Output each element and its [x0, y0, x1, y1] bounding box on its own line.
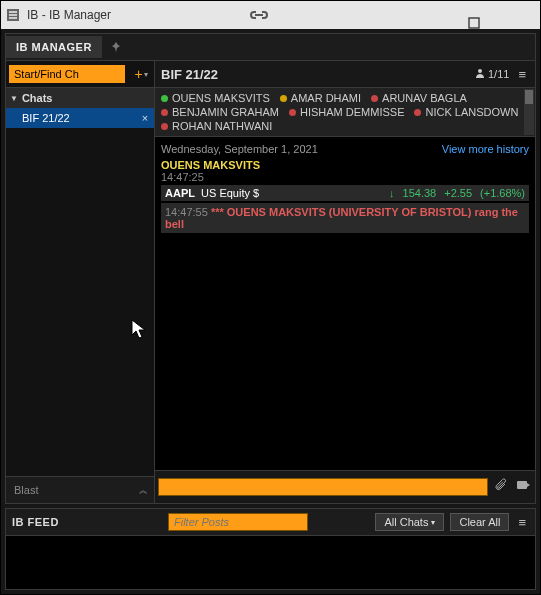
- feed-filter-input[interactable]: [168, 513, 308, 531]
- clear-all-button[interactable]: Clear All: [450, 513, 509, 531]
- chevron-down-icon: ▾: [144, 70, 148, 79]
- status-dot-icon: [280, 95, 287, 102]
- app-window: IB - IB Manager ≡ Options: [0, 0, 541, 595]
- sidebar: Start/Find Ch +▾ ▼ Chats BIF 21/22 ×: [6, 61, 155, 503]
- participant[interactable]: NICK LANSDOWN: [414, 106, 518, 118]
- feed-body: [6, 536, 535, 589]
- room-title: BIF 21/22: [161, 67, 469, 82]
- participant-count[interactable]: 1/11: [475, 68, 509, 80]
- svg-rect-3: [9, 17, 17, 19]
- system-message: 14:47:55 *** OUENS MAKSVITS (UNIVERSITY …: [161, 203, 529, 233]
- message-list: Wednesday, September 1, 2021 View more h…: [155, 137, 535, 470]
- sidebar-chat-item[interactable]: BIF 21/22 ×: [6, 108, 154, 128]
- manager-tab[interactable]: IB MANAGER: [6, 36, 102, 58]
- feed-title: IB FEED: [12, 516, 162, 528]
- title-bar: IB - IB Manager ≡ Options: [1, 1, 540, 29]
- date-separator: Wednesday, September 1, 2021: [161, 143, 318, 155]
- link-icon[interactable]: [244, 1, 274, 29]
- view-more-history-link[interactable]: View more history: [442, 143, 529, 155]
- svg-rect-1: [9, 11, 17, 13]
- chevron-up-icon: ︽: [139, 484, 146, 497]
- chats-group-header[interactable]: ▼ Chats: [6, 88, 154, 108]
- participants-list: OUENS MAKSVITS AMAR DHAMI ARUNAV BAGLA B…: [155, 88, 535, 137]
- all-chats-dropdown[interactable]: All Chats ▾: [375, 513, 444, 531]
- price-arrow-icon: ↓: [389, 187, 395, 199]
- blast-label: Blast: [14, 484, 38, 496]
- message-input[interactable]: [158, 478, 488, 496]
- participant[interactable]: ARUNAV BAGLA: [371, 92, 467, 104]
- participants-scrollbar[interactable]: [524, 89, 534, 135]
- attachment-icon[interactable]: [492, 478, 510, 496]
- participant[interactable]: AMAR DHAMI: [280, 92, 361, 104]
- status-dot-icon: [161, 95, 168, 102]
- room-header: BIF 21/22 1/11 ≡: [155, 61, 535, 88]
- svg-rect-2: [9, 14, 17, 16]
- chat-item-label: BIF 21/22: [22, 112, 70, 124]
- participant[interactable]: OUENS MAKSVITS: [161, 92, 270, 104]
- collapse-icon: ▼: [10, 94, 18, 103]
- message-input-row: [155, 470, 535, 503]
- room-menu-icon[interactable]: ≡: [515, 67, 529, 82]
- chevron-down-icon: ▾: [431, 518, 435, 527]
- chats-group-label: Chats: [22, 92, 53, 104]
- start-find-chat-button[interactable]: Start/Find Ch: [9, 65, 125, 83]
- plus-icon: +: [134, 66, 142, 82]
- svg-point-6: [478, 69, 482, 73]
- message-sender: OUENS MAKSVITS: [161, 157, 529, 171]
- status-dot-icon: [161, 123, 168, 130]
- close-chat-icon[interactable]: ×: [136, 112, 154, 124]
- status-dot-icon: [161, 109, 168, 116]
- app-icon: [1, 8, 25, 22]
- feed-menu-icon[interactable]: ≡: [515, 515, 529, 530]
- participant[interactable]: ROHAN NATHWANI: [161, 120, 272, 132]
- participant[interactable]: HISHAM DEMMISSE: [289, 106, 405, 118]
- add-chat-button[interactable]: +▾: [128, 66, 154, 82]
- feed-header: IB FEED All Chats ▾ Clear All ≡: [6, 509, 535, 536]
- pin-icon[interactable]: [102, 41, 130, 53]
- svg-rect-7: [517, 481, 527, 489]
- client-area: IB MANAGER Start/Find Ch +▾ ▼: [1, 29, 540, 594]
- participant[interactable]: BENJAMIN GRAHAM: [161, 106, 279, 118]
- send-icon[interactable]: [514, 478, 532, 496]
- message-timestamp: 14:47:25: [161, 171, 529, 183]
- blast-button[interactable]: Blast ︽: [6, 476, 154, 503]
- manager-header: IB MANAGER: [6, 34, 535, 61]
- svg-rect-5: [469, 18, 479, 28]
- status-dot-icon: [371, 95, 378, 102]
- feed-panel: IB FEED All Chats ▾ Clear All ≡: [5, 508, 536, 590]
- window-title: IB - IB Manager: [25, 8, 111, 22]
- status-dot-icon: [414, 109, 421, 116]
- chat-panel: BIF 21/22 1/11 ≡ OUENS MAKSVITS AMAR: [155, 61, 535, 503]
- person-icon: [475, 68, 485, 80]
- status-dot-icon: [289, 109, 296, 116]
- minimize-button[interactable]: [459, 0, 489, 9]
- security-quote[interactable]: AAPL US Equity $ ↓154.38 +2.55 (+1.68%): [161, 185, 529, 201]
- manager-panel: IB MANAGER Start/Find Ch +▾ ▼: [5, 33, 536, 504]
